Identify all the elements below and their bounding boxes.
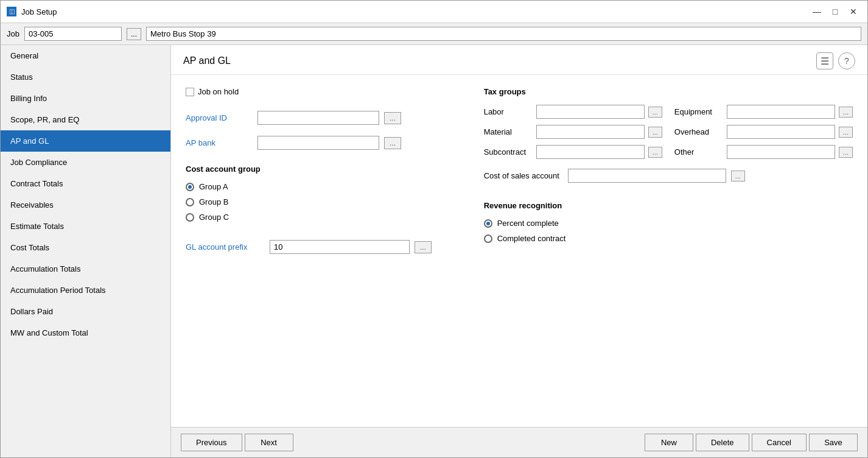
sidebar-item-status[interactable]: Status <box>1 66 170 88</box>
group-a-radio[interactable]: Group A <box>186 182 460 191</box>
previous-button[interactable]: Previous <box>181 434 242 451</box>
sidebar-item-dollars-paid[interactable]: Dollars Paid <box>1 301 170 322</box>
gl-prefix-label: GL account prefix <box>186 242 265 252</box>
revenue-recognition-title: Revenue recognition <box>484 201 853 210</box>
title-bar: ◫ Job Setup ― □ ✕ <box>1 1 867 23</box>
ap-bank-row: AP bank ... <box>186 136 460 150</box>
labor-row: Labor ... <box>484 105 662 119</box>
cost-of-sales-input[interactable] <box>568 169 726 183</box>
sidebar-item-estimate-totals[interactable]: Estimate Totals <box>1 216 170 237</box>
sidebar-item-contract-totals[interactable]: Contract Totals <box>1 173 170 194</box>
maximize-button[interactable]: □ <box>827 5 843 18</box>
sidebar-item-receivables[interactable]: Receivables <box>1 194 170 216</box>
percent-complete-radio[interactable]: Percent complete <box>484 219 853 228</box>
labor-label: Labor <box>484 107 533 116</box>
delete-button[interactable]: Delete <box>696 434 749 451</box>
overhead-label: Overhead <box>674 127 723 136</box>
sidebar-item-mw-custom-total[interactable]: MW and Custom Total <box>1 322 170 344</box>
job-label: Job <box>7 29 19 38</box>
save-button[interactable]: Save <box>809 434 858 451</box>
group-b-label: Group B <box>199 197 228 206</box>
next-button[interactable]: Next <box>245 434 293 451</box>
overhead-browse-button[interactable]: ... <box>839 127 853 138</box>
job-on-hold-checkbox[interactable] <box>186 88 194 96</box>
help-icon-button[interactable]: ? <box>838 52 855 69</box>
page-header-icons: ☰ ? <box>816 52 855 69</box>
other-row: Other ... <box>674 145 853 159</box>
group-a-label: Group A <box>199 182 228 191</box>
labor-input[interactable] <box>536 105 645 119</box>
tax-row-3: Subcontract ... Other ... <box>484 145 853 159</box>
right-column: Tax groups Labor ... Equipment <box>484 87 853 254</box>
cost-account-group-title: Cost account group <box>186 164 460 174</box>
form-area: Job on hold Approval ID ... AP bank <box>171 75 867 427</box>
revenue-recognition-radio-group: Percent complete Completed contract <box>484 219 853 243</box>
percent-complete-radio-circle <box>484 219 492 228</box>
database-icon-button[interactable]: ☰ <box>816 52 833 69</box>
material-browse-button[interactable]: ... <box>648 127 662 138</box>
footer-right-buttons: New Delete Cancel Save <box>645 434 858 451</box>
overhead-row: Overhead ... <box>674 125 853 139</box>
equipment-label: Equipment <box>674 107 723 116</box>
footer: Previous Next New Delete Cancel Save <box>171 427 867 457</box>
approval-id-browse-button[interactable]: ... <box>384 112 401 124</box>
gl-prefix-row: GL account prefix ... <box>186 240 460 254</box>
sidebar-item-ap-and-gl[interactable]: AP and GL <box>1 130 170 152</box>
group-c-radio[interactable]: Group C <box>186 213 460 222</box>
sidebar-item-billing-info[interactable]: Billing Info <box>1 88 170 109</box>
group-b-radio[interactable]: Group B <box>186 197 460 206</box>
app-icon: ◫ <box>7 7 16 16</box>
form-two-col: Job on hold Approval ID ... AP bank <box>186 87 853 254</box>
subcontract-label: Subcontract <box>484 147 533 157</box>
cost-of-sales-label: Cost of sales account <box>484 171 563 180</box>
equipment-input[interactable] <box>727 105 835 119</box>
group-b-radio-circle <box>186 198 194 206</box>
equipment-browse-button[interactable]: ... <box>839 107 853 118</box>
page-title: AP and GL <box>183 55 231 66</box>
completed-contract-radio-circle <box>484 234 492 243</box>
labor-browse-button[interactable]: ... <box>648 107 662 118</box>
window-title: Job Setup <box>21 7 57 16</box>
subcontract-input[interactable] <box>536 145 645 159</box>
overhead-input[interactable] <box>727 125 835 139</box>
left-column: Job on hold Approval ID ... AP bank <box>186 87 460 254</box>
sidebar-item-general[interactable]: General <box>1 45 170 66</box>
sidebar-item-accumulation-totals[interactable]: Accumulation Totals <box>1 258 170 280</box>
ap-bank-browse-button[interactable]: ... <box>384 137 401 149</box>
cost-of-sales-row: Cost of sales account ... <box>484 169 853 183</box>
job-browse-button[interactable]: ... <box>127 28 141 40</box>
main-content: General Status Billing Info Scope, PR, a… <box>1 45 867 457</box>
gl-prefix-browse-button[interactable]: ... <box>415 241 432 253</box>
revenue-recognition-section: Revenue recognition Percent complete Com… <box>484 201 853 243</box>
approval-id-input[interactable] <box>257 111 379 125</box>
tax-groups-section: Tax groups Labor ... Equipment <box>484 87 853 159</box>
new-button[interactable]: New <box>645 434 693 451</box>
equipment-row: Equipment ... <box>674 105 853 119</box>
sidebar-item-job-compliance[interactable]: Job Compliance <box>1 152 170 173</box>
minimize-button[interactable]: ― <box>809 5 825 18</box>
job-on-hold-label: Job on hold <box>198 87 239 96</box>
tax-row-1: Labor ... Equipment ... <box>484 105 853 119</box>
approval-id-row: Approval ID ... <box>186 111 460 125</box>
job-name-input[interactable] <box>146 27 861 41</box>
group-c-radio-circle <box>186 213 194 222</box>
sidebar-item-accumulation-period-totals[interactable]: Accumulation Period Totals <box>1 280 170 301</box>
cancel-button[interactable]: Cancel <box>752 434 807 451</box>
completed-contract-radio[interactable]: Completed contract <box>484 234 853 243</box>
other-browse-button[interactable]: ... <box>839 147 853 158</box>
group-a-radio-circle <box>186 183 194 191</box>
sidebar-item-cost-totals[interactable]: Cost Totals <box>1 237 170 258</box>
other-input[interactable] <box>727 145 835 159</box>
gl-prefix-input[interactable] <box>270 240 410 254</box>
job-input[interactable] <box>24 27 122 41</box>
sidebar-item-scope-pr-eq[interactable]: Scope, PR, and EQ <box>1 109 170 130</box>
ap-bank-input[interactable] <box>257 136 379 150</box>
tax-groups-title: Tax groups <box>484 87 853 96</box>
approval-id-label: Approval ID <box>186 113 253 122</box>
material-input[interactable] <box>536 125 645 139</box>
close-button[interactable]: ✕ <box>845 5 861 18</box>
subcontract-browse-button[interactable]: ... <box>648 147 662 158</box>
percent-complete-label: Percent complete <box>497 219 559 228</box>
job-on-hold-area: Job on hold <box>186 87 460 96</box>
cost-of-sales-browse-button[interactable]: ... <box>731 171 745 181</box>
